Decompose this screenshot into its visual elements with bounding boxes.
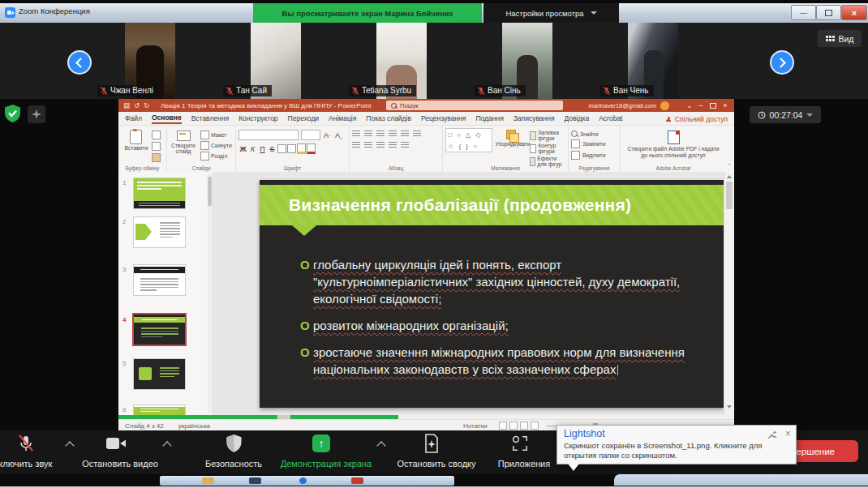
app-icon[interactable] [351, 477, 363, 484]
undo-icon[interactable]: ↺ [134, 101, 140, 109]
apps-button[interactable] [511, 434, 529, 452]
bold-button[interactable]: Ж [238, 145, 247, 153]
participant-tile[interactable]: Ван Чень [592, 23, 714, 99]
restore-button[interactable] [816, 5, 841, 20]
lightshot-notification[interactable]: Lightshot × Скриншот сохранён в Screensh… [556, 425, 797, 464]
stop-summary-button[interactable] [423, 434, 440, 453]
reset-button[interactable]: Скинути [200, 141, 232, 150]
arrange-button[interactable]: Упорядкувати [496, 128, 526, 167]
reading-view-icon[interactable] [520, 422, 528, 430]
paste-button[interactable]: Вставити [124, 128, 148, 162]
tab-home[interactable]: Основне [152, 113, 182, 124]
tab-design[interactable]: Конструктор [238, 114, 277, 122]
strikethrough-button[interactable]: S [268, 145, 277, 153]
slide-scrollbar[interactable] [724, 172, 734, 415]
create-pdf-button[interactable]: Створити файл Adobe PDF і надати до ньог… [623, 131, 724, 159]
slide-thumbnail-panel[interactable]: 1 2 3 4 [118, 172, 213, 415]
quick-access-toolbar[interactable]: ▤ ↺ ↻ [123, 101, 149, 109]
italic-button[interactable]: К [248, 145, 257, 153]
slide-thumbnail[interactable] [134, 217, 185, 247]
copy-icon[interactable] [152, 142, 161, 151]
slideshow-icon[interactable] [531, 422, 539, 430]
tab-view[interactable]: Подання [475, 114, 503, 122]
font-color-icon[interactable] [307, 143, 316, 154]
browser-icon[interactable] [299, 477, 307, 484]
numbering-icon[interactable] [364, 131, 372, 137]
stop-video-button[interactable] [105, 436, 127, 451]
participant-tile[interactable]: Чжан Венлі [89, 23, 211, 99]
stop-video-label[interactable]: Остановить видео [82, 459, 158, 469]
panel-scrollbar[interactable] [208, 173, 212, 413]
apps-label[interactable]: Приложения [498, 459, 550, 469]
align-center-icon[interactable] [364, 142, 372, 148]
tab-help[interactable]: Довідка [565, 114, 590, 122]
tab-animations[interactable]: Анімація [329, 114, 356, 122]
slide-sorter-icon[interactable] [509, 422, 518, 430]
text-direction-icon[interactable] [413, 131, 421, 137]
screen-share-button[interactable]: ↑ [312, 434, 330, 452]
participant-tile[interactable]: Тан Сай [215, 23, 337, 99]
stop-summary-label[interactable]: Остановить сводку [397, 459, 475, 469]
save-icon[interactable]: ▤ [123, 101, 130, 109]
format-painter-icon[interactable] [152, 153, 161, 162]
font-size-box[interactable] [301, 130, 320, 140]
shape-outline-button[interactable]: Контур фігури [530, 143, 565, 154]
font-name-box[interactable] [238, 130, 299, 140]
share-button[interactable]: Спільний доступ [666, 115, 728, 123]
tab-slideshow[interactable]: Показ слайдів [366, 114, 411, 122]
align-left-icon[interactable] [352, 142, 360, 148]
folder-icon[interactable] [202, 477, 214, 484]
cut-icon[interactable] [152, 131, 161, 139]
replace-button[interactable]: Замінити [571, 139, 617, 148]
scroll-up-icon[interactable] [727, 175, 732, 178]
tab-record[interactable]: Записування [513, 114, 555, 122]
shrink-font-icon[interactable]: А˯ [334, 131, 343, 139]
character-spacing-icon[interactable] [277, 144, 286, 153]
notification-close-icon[interactable]: × [785, 428, 791, 439]
language-indicator[interactable]: українська [178, 422, 210, 430]
find-button[interactable]: Знайти [571, 131, 617, 137]
decrease-indent-icon[interactable] [376, 131, 385, 137]
bullets-icon[interactable] [352, 131, 360, 137]
increase-indent-icon[interactable] [389, 131, 397, 137]
screen-share-label[interactable]: Демонстрация экрана [281, 459, 372, 469]
layout-button[interactable]: Макет [200, 131, 232, 139]
meeting-timer[interactable]: 00:27:04 [750, 106, 821, 123]
account-email[interactable]: marinaver18@gmail.com [589, 102, 656, 109]
view-options-button[interactable]: Настройки просмотра [483, 3, 619, 23]
section-button[interactable]: Розділ [200, 152, 232, 161]
change-case-icon[interactable] [287, 144, 296, 153]
encryption-shield-icon[interactable] [3, 104, 22, 123]
account-avatar[interactable] [660, 101, 669, 110]
shape-fill-button[interactable]: Заливка фігури [530, 130, 565, 141]
settings-wrench-icon[interactable] [767, 430, 776, 439]
line-spacing-icon[interactable] [401, 131, 409, 137]
align-right-icon[interactable] [376, 142, 385, 148]
shapes-gallery[interactable]: □ ○ △ ◇☆ { } ○ [445, 128, 492, 152]
tab-review[interactable]: Рецензування [421, 114, 466, 122]
participant-tile[interactable]: Ван Сінь [466, 23, 588, 99]
scroll-down-icon[interactable] [727, 405, 732, 409]
tab-acrobat[interactable]: Acrobat [599, 114, 622, 122]
tab-file[interactable]: Файл [125, 114, 142, 122]
security-button[interactable] [226, 434, 243, 453]
redo-icon[interactable]: ↻ [144, 101, 149, 109]
slide-thumbnail[interactable] [134, 405, 185, 415]
select-button[interactable]: Виділити [571, 151, 617, 160]
ppt-close-button[interactable]: × [716, 99, 734, 112]
view-layout-button[interactable]: Вид [818, 30, 862, 47]
participant-tile[interactable]: Tetiana Syrbu [341, 23, 462, 99]
new-slide-button[interactable]: Створити слайд [170, 128, 197, 161]
previous-videos-button[interactable] [67, 50, 92, 75]
unmute-label[interactable]: Включить звук [0, 459, 52, 469]
taskbar-segment[interactable] [160, 476, 454, 486]
slide-thumbnail[interactable] [134, 359, 185, 389]
current-slide[interactable]: Визначення глобалізації (продовження) O … [260, 180, 724, 408]
close-button[interactable]: × [841, 5, 867, 20]
ai-companion-icon[interactable] [28, 105, 45, 123]
slide-thumbnail-selected[interactable] [134, 315, 185, 345]
scrollbar-thumb[interactable] [726, 182, 733, 209]
columns-icon[interactable] [401, 142, 409, 148]
minimize-button[interactable]: — [791, 5, 816, 20]
highlight-color-icon[interactable] [297, 143, 306, 154]
